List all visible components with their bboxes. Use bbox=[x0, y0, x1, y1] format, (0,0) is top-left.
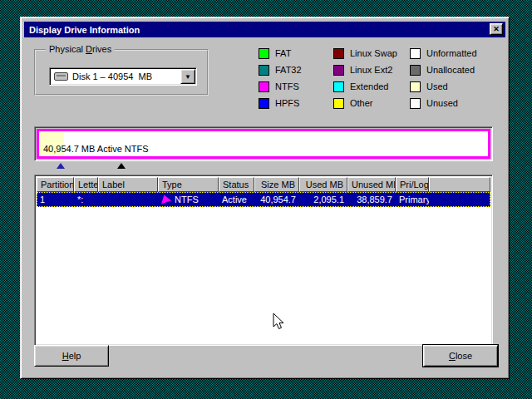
legend-item: NTFS bbox=[259, 81, 299, 92]
col-header-letter[interactable]: Letter bbox=[74, 177, 98, 192]
boundary-marker-8gb-icon bbox=[117, 163, 126, 169]
cell-partition: 1 bbox=[37, 192, 74, 207]
col-header-spacer bbox=[429, 177, 490, 192]
col-header-prilog[interactable]: Pri/Log bbox=[396, 177, 429, 192]
col-header-label[interactable]: Label bbox=[98, 177, 158, 192]
cell-type: NTFS bbox=[158, 192, 219, 207]
help-button[interactable]: Help bbox=[34, 345, 109, 367]
col-header-status[interactable]: Status bbox=[219, 177, 254, 192]
desktop-background: { "window": { "title": "Display Drive In… bbox=[0, 0, 532, 399]
drive-information-dialog: Display Drive Information ✕ Physical Dri… bbox=[20, 17, 510, 379]
cell-pri-log: Primary bbox=[396, 192, 429, 207]
legend-item: Used bbox=[410, 81, 448, 92]
partition-bar-label: 40,954.7 MB Active NTFS bbox=[39, 144, 149, 156]
legend-item: FAT32 bbox=[259, 64, 302, 76]
other-swatch bbox=[333, 98, 344, 109]
col-header-partition[interactable]: Partition bbox=[37, 177, 74, 192]
title-bar[interactable]: Display Drive Information ✕ bbox=[24, 22, 505, 37]
chevron-down-icon[interactable]: ▼ bbox=[180, 69, 195, 84]
selected-drive: Disk 1 – 40954 MB bbox=[72, 71, 152, 81]
cell-size-mb: 40,954.7 bbox=[254, 192, 299, 207]
boundary-marker-2gb-icon bbox=[57, 163, 65, 169]
cell-label bbox=[98, 192, 158, 207]
physical-drives-group: Physical Drives Disk 1 – 40954 MB ▼ bbox=[34, 49, 209, 96]
linux-swap-swatch bbox=[333, 48, 344, 59]
col-header-size[interactable]: Size MB bbox=[254, 177, 299, 192]
legend-item: Unused bbox=[410, 97, 458, 109]
legend-item: Other bbox=[333, 97, 373, 109]
ntfs-swatch bbox=[259, 81, 269, 92]
hpfs-swatch bbox=[259, 98, 269, 109]
partition-table: Partition Letter Label Type Status Size … bbox=[34, 175, 493, 346]
table-header-row: Partition Letter Label Type Status Size … bbox=[37, 177, 490, 192]
legend-item: Extended bbox=[333, 81, 388, 92]
col-header-unused[interactable]: Unused MB bbox=[347, 177, 396, 192]
fat32-swatch bbox=[259, 65, 269, 76]
legend-item: HPFS bbox=[259, 97, 299, 109]
fat-swatch bbox=[259, 48, 269, 59]
col-header-used[interactable]: Used MB bbox=[299, 177, 347, 192]
unallocated-swatch bbox=[410, 65, 421, 76]
linux-ext2-swatch bbox=[333, 65, 344, 76]
cell-letter: *: bbox=[74, 192, 98, 207]
col-header-type[interactable]: Type bbox=[158, 177, 219, 192]
legend-item: Linux Ext2 bbox=[333, 64, 392, 76]
legend-item: FAT bbox=[259, 47, 291, 59]
legend-item: Unformatted bbox=[410, 47, 477, 59]
cell-spacer bbox=[429, 192, 490, 207]
unformatted-swatch bbox=[410, 48, 421, 59]
close-button[interactable]: Close bbox=[423, 345, 498, 367]
drive-select-dropdown[interactable]: Disk 1 – 40954 MB ▼ bbox=[49, 67, 197, 86]
cell-used-mb: 2,095.1 bbox=[299, 192, 347, 207]
cell-status: Active bbox=[219, 192, 254, 207]
drive-map-panel: 40,954.7 MB Active NTFS bbox=[34, 126, 493, 161]
unused-swatch bbox=[410, 98, 421, 109]
legend-item: Unallocated bbox=[410, 64, 475, 76]
disk-icon bbox=[54, 72, 68, 81]
used-swatch bbox=[410, 81, 421, 92]
cell-unused-mb: 38,859.7 bbox=[347, 192, 396, 207]
extended-swatch bbox=[333, 81, 344, 92]
partition-bar[interactable]: 40,954.7 MB Active NTFS bbox=[37, 129, 490, 159]
close-icon[interactable]: ✕ bbox=[490, 23, 503, 35]
table-row[interactable]: 1 *: NTFS Active 40,954.7 2,095.1 38,859… bbox=[37, 192, 490, 207]
ntfs-flag-icon bbox=[161, 195, 171, 204]
window-title: Display Drive Information bbox=[29, 25, 140, 35]
physical-drives-label: Physical Drives bbox=[46, 44, 115, 54]
legend-item: Linux Swap bbox=[333, 47, 397, 59]
